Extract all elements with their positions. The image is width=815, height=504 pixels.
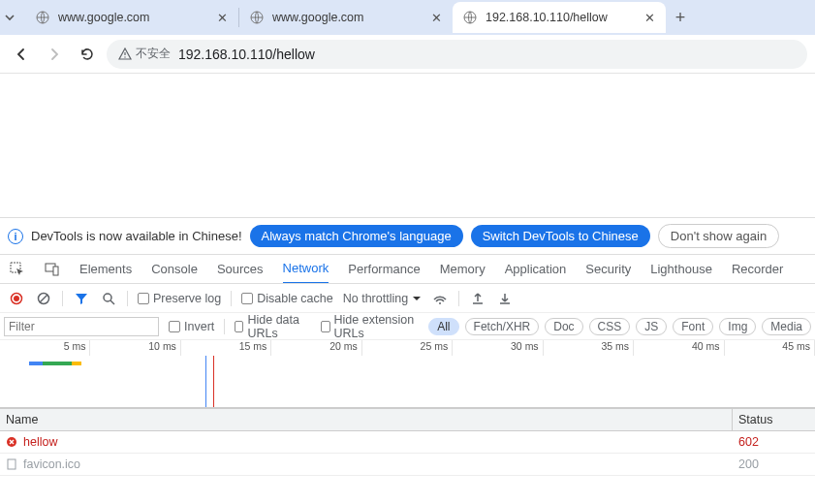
back-button[interactable] — [8, 41, 35, 68]
switch-devtools-language-button[interactable]: Switch DevTools to Chinese — [471, 225, 650, 247]
column-status[interactable]: Status — [733, 409, 815, 430]
inspect-element-icon[interactable] — [10, 262, 25, 277]
hide-extension-urls-checkbox[interactable]: Hide extension URLs — [321, 313, 419, 340]
separator — [127, 291, 128, 306]
tab-title: 192.168.10.110/hellow — [486, 11, 635, 24]
filter-chips: AllFetch/XHRDocCSSJSFontImgMedia — [428, 318, 811, 335]
import-har-icon[interactable] — [469, 290, 486, 307]
globe-icon — [35, 10, 50, 25]
filter-chip-css[interactable]: CSS — [589, 318, 631, 335]
globe-icon — [249, 10, 265, 25]
dont-show-again-button[interactable]: Don't show again — [658, 224, 779, 248]
svg-rect-7 — [53, 267, 58, 275]
devtools-tab-performance[interactable]: Performance — [348, 255, 420, 284]
filter-input[interactable] — [4, 317, 159, 336]
banner-text: DevTools is now available in Chinese! — [31, 229, 242, 243]
network-conditions-icon[interactable] — [431, 290, 449, 307]
devtools-tab-application[interactable]: Application — [505, 255, 567, 284]
svg-rect-16 — [8, 459, 16, 469]
device-toolbar-icon[interactable] — [45, 262, 60, 277]
search-icon[interactable] — [100, 290, 117, 307]
new-tab-button[interactable]: + — [666, 8, 695, 28]
filter-chip-doc[interactable]: Doc — [545, 318, 582, 335]
tab-title: www.google.com — [272, 11, 422, 24]
filter-chip-font[interactable]: Font — [673, 318, 713, 335]
request-row[interactable]: favicon.ico200 — [0, 454, 815, 476]
close-icon[interactable]: ✕ — [215, 11, 229, 25]
filter-chip-js[interactable]: JS — [636, 318, 667, 335]
close-icon[interactable]: ✕ — [643, 11, 656, 25]
timeline-tick: 25 ms — [362, 340, 453, 356]
svg-line-13 — [110, 300, 114, 304]
file-icon — [6, 458, 17, 470]
browser-tab-0[interactable]: www.google.com ✕ — [25, 2, 238, 33]
hide-data-urls-checkbox[interactable]: Hide data URLs — [235, 313, 311, 340]
devtools-language-banner: i DevTools is now available in Chinese! … — [0, 217, 815, 255]
devtools-tab-sources[interactable]: Sources — [217, 255, 264, 284]
clear-button[interactable] — [35, 290, 52, 307]
timeline-tick: 20 ms — [271, 340, 361, 356]
devtools-tab-memory[interactable]: Memory — [440, 255, 486, 284]
network-table-header: Name Status — [0, 408, 815, 431]
devtools-tab-security[interactable]: Security — [585, 255, 631, 284]
always-match-language-button[interactable]: Always match Chrome's language — [250, 225, 463, 247]
devtools-tab-lighthouse[interactable]: Lighthouse — [650, 255, 712, 284]
tab-dropdown-button[interactable] — [4, 12, 25, 23]
browser-tab-1[interactable]: www.google.com ✕ — [239, 2, 453, 33]
request-row[interactable]: hellow602 — [0, 431, 815, 454]
info-icon: i — [8, 229, 23, 244]
not-secure-badge[interactable]: 不安全 — [118, 46, 171, 62]
close-icon[interactable]: ✕ — [429, 11, 443, 25]
record-button[interactable] — [8, 290, 25, 307]
filter-chip-media[interactable]: Media — [762, 318, 811, 335]
preserve-log-checkbox[interactable]: Preserve log — [138, 292, 221, 305]
filter-chip-all[interactable]: All — [428, 318, 458, 335]
timeline-tick: 5 ms — [0, 340, 90, 356]
globe-icon — [462, 10, 478, 25]
network-toolbar: Preserve log Disable cache No throttling — [0, 284, 815, 313]
browser-tab-2-active[interactable]: 192.168.10.110/hellow ✕ — [453, 2, 666, 33]
warning-icon — [118, 47, 132, 61]
column-name[interactable]: Name — [0, 409, 733, 430]
tab-title: www.google.com — [58, 11, 207, 24]
filter-chip-img[interactable]: Img — [719, 318, 756, 335]
timeline-tick: 35 ms — [544, 340, 634, 356]
request-status: 602 — [733, 431, 815, 453]
address-bar[interactable]: 不安全 192.168.10.110/hellow — [107, 40, 807, 69]
request-name: hellow — [23, 435, 57, 449]
separator — [231, 291, 232, 306]
request-name: favicon.ico — [23, 457, 80, 471]
reload-button[interactable] — [74, 41, 101, 68]
page-content — [0, 74, 815, 217]
timeline-tick: 45 ms — [725, 340, 815, 356]
devtools-tab-network[interactable]: Network — [283, 255, 329, 284]
request-status: 200 — [733, 454, 815, 475]
filter-icon[interactable] — [73, 290, 90, 307]
separator — [224, 319, 225, 334]
devtools-tabs: ElementsConsoleSourcesNetworkPerformance… — [0, 255, 815, 284]
filter-chip-fetchxhr[interactable]: Fetch/XHR — [465, 318, 540, 335]
url-text: 192.168.10.110/hellow — [178, 47, 315, 62]
devtools-tab-console[interactable]: Console — [151, 255, 198, 284]
devtools-tab-recorder[interactable]: Recorder — [732, 255, 783, 284]
export-har-icon[interactable] — [496, 290, 514, 307]
forward-button[interactable] — [41, 41, 68, 68]
svg-point-4 — [124, 56, 125, 57]
timeline-tick: 15 ms — [181, 340, 271, 356]
svg-line-11 — [40, 295, 47, 302]
devtools-tab-elements[interactable]: Elements — [79, 255, 132, 284]
svg-point-9 — [14, 296, 19, 301]
throttling-select[interactable]: No throttling — [343, 292, 422, 305]
timeline-tick: 10 ms — [90, 340, 180, 356]
timeline-tick: 40 ms — [634, 340, 724, 356]
invert-checkbox[interactable]: Invert — [169, 320, 214, 333]
separator — [62, 291, 63, 306]
not-secure-label: 不安全 — [136, 46, 171, 62]
network-filter-bar: Invert Hide data URLs Hide extension URL… — [0, 313, 815, 340]
svg-point-12 — [104, 294, 111, 301]
network-table-body: hellow602favicon.ico200 — [0, 431, 815, 476]
disable-cache-checkbox[interactable]: Disable cache — [241, 292, 333, 305]
network-timeline[interactable]: 5 ms10 ms15 ms20 ms25 ms30 ms35 ms40 ms4… — [0, 340, 815, 408]
error-icon — [6, 436, 17, 448]
timeline-tick: 30 ms — [453, 340, 543, 356]
